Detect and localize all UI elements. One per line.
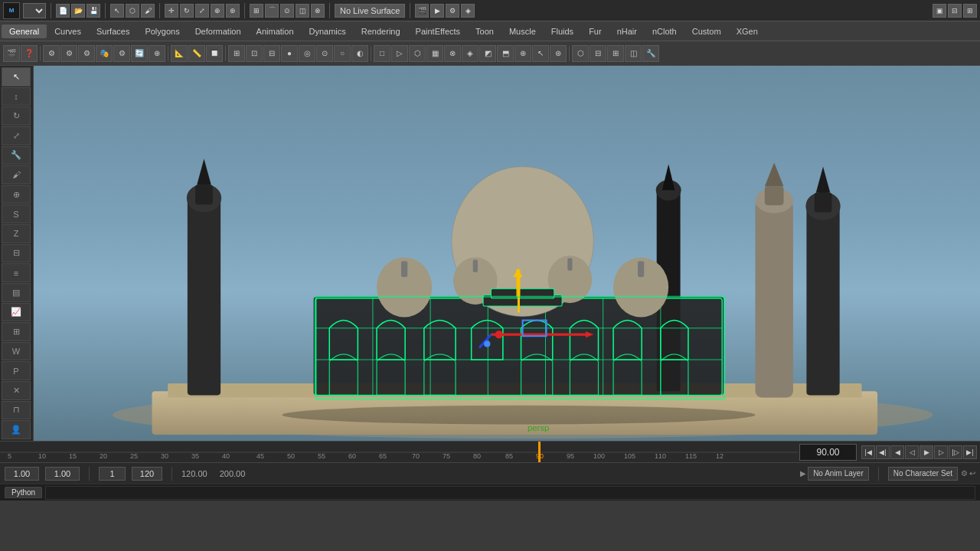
menu-animation[interactable]: Animation — [249, 24, 302, 38]
menu-toon[interactable]: Toon — [468, 24, 501, 38]
menu-fur[interactable]: Fur — [581, 24, 609, 38]
tb-icon-3[interactable]: ⚙ — [43, 45, 60, 62]
tb-icon-10[interactable]: 📐 — [171, 45, 188, 62]
sidebar-scale[interactable]: ⤢ — [2, 126, 31, 145]
snap-curve-icon[interactable]: ⌒ — [265, 4, 279, 18]
sidebar-attr[interactable]: ≡ — [2, 263, 31, 282]
rotate-icon[interactable]: ↻ — [180, 4, 194, 18]
prev-frame-btn[interactable]: ◀ — [890, 445, 904, 459]
sidebar-w[interactable]: W — [2, 342, 31, 361]
tb-icon-23[interactable]: ⬡ — [409, 45, 426, 62]
menu-dynamics[interactable]: Dynamics — [302, 24, 354, 38]
render-mode-dropdown[interactable]: Rendering — [23, 3, 46, 18]
next-key-btn[interactable]: |▷ — [949, 445, 962, 459]
sidebar-outliner[interactable]: ▤ — [2, 283, 31, 302]
sidebar-hypergraph[interactable]: ⊞ — [2, 322, 31, 341]
hypershade-icon[interactable]: ◈ — [461, 4, 475, 18]
menu-ncloth[interactable]: nCloth — [645, 24, 684, 38]
play-fwd-btn[interactable]: ▶ — [920, 445, 933, 459]
tb-icon-20[interactable]: ◐ — [351, 45, 368, 62]
sidebar-history[interactable]: Z — [2, 224, 31, 243]
val1-input[interactable] — [5, 467, 39, 481]
tb-icon-11[interactable]: 📏 — [188, 45, 205, 62]
tb-icon-7[interactable]: ⚙ — [113, 45, 130, 62]
snap-surface-icon[interactable]: ⊗ — [311, 4, 325, 18]
menu-general[interactable]: General — [2, 24, 47, 38]
go-start-btn[interactable]: |◀ — [861, 445, 875, 459]
new-icon[interactable]: 📄 — [56, 4, 70, 18]
lasso-icon[interactable]: ⬡ — [126, 4, 139, 18]
go-end-btn[interactable]: ▶| — [963, 445, 977, 459]
scale-icon[interactable]: ⤢ — [195, 4, 209, 18]
render-settings-icon[interactable]: ⚙ — [446, 4, 459, 18]
sidebar-person[interactable]: 👤 — [2, 420, 31, 439]
tb-icon-33[interactable]: ⊞ — [607, 45, 624, 62]
menu-fluids[interactable]: Fluids — [544, 24, 581, 38]
layout2-icon[interactable]: ⊟ — [948, 4, 962, 18]
menu-xgen[interactable]: XGen — [729, 24, 766, 38]
tb-icon-24[interactable]: ▦ — [426, 45, 443, 62]
menu-painteffects[interactable]: PaintEffects — [408, 24, 469, 38]
tb-icon-34[interactable]: ◫ — [625, 45, 642, 62]
tb-icon-17[interactable]: ◎ — [299, 45, 315, 62]
sidebar-graph[interactable]: 📈 — [2, 303, 31, 322]
menu-custom[interactable]: Custom — [684, 24, 729, 38]
frame-end-input[interactable] — [132, 467, 162, 481]
sidebar-channel[interactable]: ⊟ — [2, 244, 31, 263]
sidebar-move[interactable]: ↕ — [2, 87, 31, 106]
tb-icon-12[interactable]: 🔲 — [206, 45, 223, 62]
sidebar-bottom[interactable]: ⊓ — [2, 401, 31, 420]
tb-icon-18[interactable]: ⊙ — [316, 45, 333, 62]
tb-icon-31[interactable]: ⬡ — [572, 45, 589, 62]
render-icon[interactable]: 🎬 — [415, 4, 429, 18]
sidebar-x[interactable]: ✕ — [2, 381, 31, 400]
layout3-icon[interactable]: ⊞ — [963, 4, 977, 18]
snap-grid-icon[interactable]: ⊞ — [250, 4, 263, 18]
menu-surfaces[interactable]: Surfaces — [89, 24, 137, 38]
sidebar-sculpt[interactable]: ⊕ — [2, 185, 31, 204]
tb-icon-8[interactable]: 🔄 — [131, 45, 148, 62]
script-input[interactable] — [45, 486, 975, 500]
tb-icon-25[interactable]: ⊗ — [444, 45, 461, 62]
paint-icon[interactable]: 🖌 — [141, 4, 155, 18]
snap-view-icon[interactable]: ◫ — [296, 4, 309, 18]
tb-icon-21[interactable]: □ — [374, 45, 390, 62]
frame-start-input[interactable] — [99, 467, 126, 481]
sidebar-snap[interactable]: S — [2, 204, 31, 223]
prev-key-btn[interactable]: ◀| — [876, 445, 890, 459]
sidebar-tools[interactable]: 🔧 — [2, 146, 31, 165]
tb-icon-4[interactable]: ⚙ — [60, 45, 77, 62]
tb-icon-9[interactable]: ⊕ — [149, 45, 165, 62]
tb-icon-27[interactable]: ◩ — [479, 45, 496, 62]
tb-icon-19[interactable]: ○ — [334, 45, 351, 62]
tb-icon-30[interactable]: ⊛ — [550, 45, 567, 62]
select-icon[interactable]: ↖ — [110, 4, 124, 18]
tb-icon-29[interactable]: ⊕ — [514, 45, 531, 62]
tb-cursor-icon[interactable]: ↖ — [532, 45, 549, 62]
tb-icon-13[interactable]: ⊞ — [228, 45, 245, 62]
sidebar-rotate[interactable]: ↻ — [2, 106, 31, 126]
tb-icon-6[interactable]: 🎭 — [96, 45, 113, 62]
no-live-surface[interactable]: No Live Surface — [335, 4, 405, 18]
tb-icon-22[interactable]: ▷ — [391, 45, 408, 62]
tb-icon-16[interactable]: ● — [281, 45, 298, 62]
menu-muscle[interactable]: Muscle — [501, 24, 544, 38]
move-icon[interactable]: ✛ — [165, 4, 178, 18]
no-anim-layer-btn[interactable]: No Anim Layer — [808, 467, 869, 481]
tb-icon-2[interactable]: ❓ — [21, 45, 38, 62]
sidebar-select[interactable]: ↖ — [2, 67, 31, 86]
layout1-icon[interactable]: ▣ — [933, 4, 946, 18]
menu-curves[interactable]: Curves — [47, 24, 89, 38]
tb-icon-1[interactable]: 🎬 — [3, 45, 20, 62]
soft-mod-icon[interactable]: ⊛ — [226, 4, 240, 18]
snap-point-icon[interactable]: ⊙ — [280, 4, 294, 18]
play-back-btn[interactable]: ◁ — [905, 445, 919, 459]
tb-icon-14[interactable]: ⊡ — [246, 45, 263, 62]
tb-icon-35[interactable]: 🔧 — [642, 45, 659, 62]
no-char-set-btn[interactable]: No Character Set — [888, 467, 958, 481]
universal-icon[interactable]: ⊕ — [211, 4, 224, 18]
tb-icon-26[interactable]: ◈ — [462, 45, 479, 62]
save-icon[interactable]: 💾 — [87, 4, 100, 18]
menu-polygons[interactable]: Polygons — [137, 24, 187, 38]
sidebar-p[interactable]: P — [2, 361, 31, 380]
